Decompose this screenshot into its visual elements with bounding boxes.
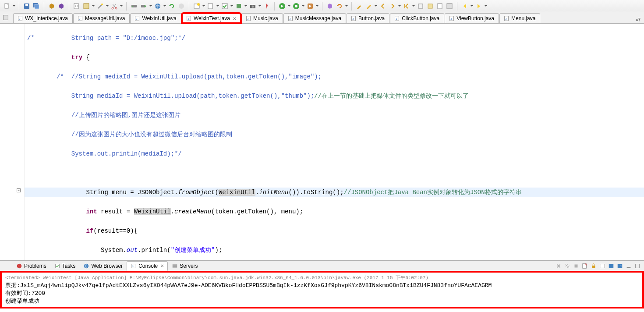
nav-forward-dropdown[interactable] [484, 3, 488, 10]
cut-dropdown[interactable] [120, 3, 123, 10]
bottom-tab-tasks[interactable]: Tasks [50, 261, 80, 271]
console-toolbar [555, 262, 644, 270]
doc-button[interactable] [435, 2, 444, 11]
task-dropdown[interactable] [230, 3, 234, 10]
code-editor[interactable]: /* String path = "D:/imooc.jpg";*/ try {… [25, 24, 644, 260]
pencil-dropdown[interactable] [374, 3, 378, 10]
display-console-icon[interactable] [607, 262, 615, 270]
tab-weixinutil-java[interactable]: JWeixinUtil.java [130, 13, 181, 23]
save-all-button[interactable] [32, 2, 41, 11]
forward-dropdown[interactable] [398, 3, 401, 10]
wand-button[interactable] [96, 2, 105, 11]
pin-console-icon[interactable] [598, 262, 606, 270]
java-file-icon: J [449, 15, 455, 21]
wand-dropdown[interactable] [106, 3, 109, 10]
console-output[interactable]: <terminated> WeixinTest [Java Applicatio… [0, 271, 644, 308]
wizard-button[interactable] [192, 2, 201, 11]
minimize-icon[interactable] [625, 262, 633, 270]
refresh-button[interactable] [167, 2, 176, 11]
debug-button[interactable] [292, 2, 301, 11]
servers-icon [172, 263, 178, 269]
studio-dropdown[interactable] [244, 3, 248, 10]
run-button[interactable] [278, 2, 287, 11]
bottom-tab-web-browser[interactable]: Web Browser [79, 261, 127, 271]
task-button[interactable] [220, 2, 229, 11]
box-button[interactable] [326, 2, 334, 11]
cycle-button[interactable] [335, 2, 344, 11]
camera-button[interactable] [248, 2, 257, 11]
maximize-icon[interactable] [633, 262, 641, 270]
forward-button[interactable] [388, 2, 397, 11]
svg-point-8 [101, 4, 103, 5]
globe-button[interactable] [153, 2, 162, 11]
bottom-tab-console[interactable]: >Console✕ [127, 261, 168, 271]
find-button[interactable] [206, 2, 215, 11]
view-menu-icon[interactable] [3, 14, 9, 22]
scroll-lock-icon[interactable] [590, 262, 598, 270]
find-dropdown[interactable] [216, 3, 219, 10]
toggle-button[interactable] [416, 2, 425, 11]
fold-marker[interactable]: − [17, 188, 21, 192]
svg-point-12 [132, 6, 133, 7]
camera-dropdown[interactable] [258, 3, 262, 10]
back-button[interactable] [379, 2, 387, 11]
tab-music-java[interactable]: JMusic.java [241, 13, 283, 23]
open-console-icon[interactable] [616, 262, 624, 270]
studio-button[interactable] [234, 2, 243, 11]
deploy-button[interactable] [57, 2, 66, 11]
pin-button[interactable] [262, 2, 271, 11]
console-header: <terminated> WeixinTest [Java Applicatio… [5, 274, 639, 281]
remove-launch-icon[interactable] [555, 262, 563, 270]
external-button[interactable] [306, 2, 315, 11]
brush-button[interactable] [355, 2, 364, 11]
package-button[interactable] [47, 2, 56, 11]
external-dropdown[interactable] [315, 3, 319, 10]
bottom-tab-servers[interactable]: Servers [168, 261, 202, 271]
nav-forward-button[interactable] [474, 2, 483, 11]
java-file-icon: J [17, 15, 23, 21]
tab-viewbutton-java[interactable]: JViewButton.java [445, 13, 499, 23]
close-icon[interactable]: ✕ [233, 16, 236, 21]
code-text: "创建菜单成功" [171, 247, 215, 254]
config-button[interactable] [82, 2, 91, 11]
config-dropdown[interactable] [92, 3, 95, 10]
server-button[interactable] [130, 2, 138, 11]
first-button[interactable] [402, 2, 411, 11]
stop-button[interactable] [177, 2, 186, 11]
svg-rect-27 [418, 4, 423, 8]
server-dropdown[interactable] [149, 3, 152, 10]
close-icon[interactable]: ✕ [160, 263, 164, 268]
cycle-dropdown[interactable] [345, 3, 348, 10]
pencil-button[interactable] [364, 2, 373, 11]
code-text: . [171, 208, 174, 215]
clear-console-icon[interactable] [581, 262, 589, 270]
new-dropdown[interactable] [12, 3, 16, 10]
new-button[interactable] [3, 2, 11, 11]
wizard-dropdown[interactable] [202, 3, 205, 10]
bookmark-button[interactable] [426, 2, 435, 11]
tab-messageutil-java[interactable]: JMessageUtil.java [73, 13, 130, 23]
terminate-icon[interactable] [572, 262, 580, 270]
tab-wx_interface-java[interactable]: JWX_Interface.java [13, 13, 73, 23]
edit-button[interactable]: 2.0 [72, 2, 81, 11]
save-button[interactable] [22, 2, 31, 11]
tab-musicmessage-java[interactable]: JMusicMessage.java [283, 13, 346, 23]
window-button[interactable] [445, 2, 454, 11]
tab-overflow-button[interactable]: »7 [632, 17, 644, 23]
tab-menu-java[interactable]: JMenu.java [499, 13, 540, 23]
tab-weixintest-java[interactable]: JWeixinTest.java✕ [182, 13, 241, 23]
run-dropdown[interactable] [287, 3, 291, 10]
code-text: out [127, 247, 138, 254]
first-dropdown[interactable] [412, 3, 415, 10]
remove-all-icon[interactable] [563, 262, 571, 270]
tab-button-java[interactable]: JButton.java [347, 13, 389, 23]
nav-back-button[interactable] [460, 2, 469, 11]
cut-button[interactable] [110, 2, 119, 11]
tab-label: Menu.java [511, 15, 535, 21]
globe-dropdown[interactable] [163, 3, 166, 10]
tab-clickbutton-java[interactable]: JClickButton.java [390, 13, 444, 23]
bottom-tab-problems[interactable]: !Problems [12, 261, 50, 271]
nav-back-dropdown[interactable] [470, 3, 474, 10]
server-go-button[interactable] [139, 2, 148, 11]
debug-dropdown[interactable] [301, 3, 305, 10]
